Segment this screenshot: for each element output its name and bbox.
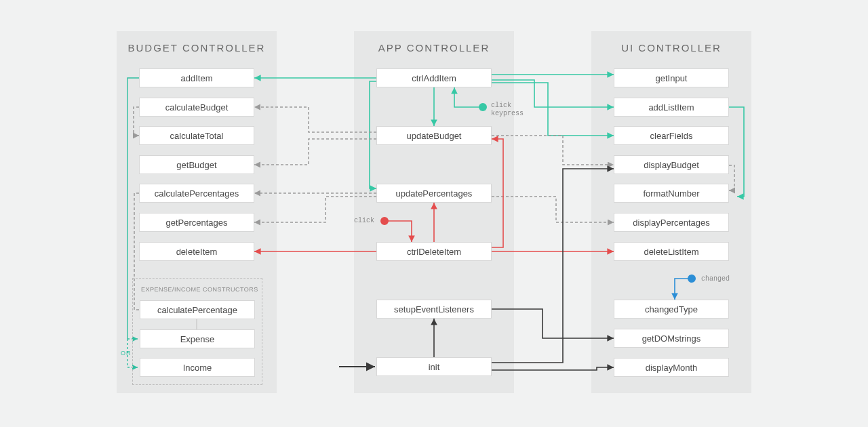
node-addListItem: addListItem: [614, 98, 729, 117]
node-getInput: getInput: [614, 68, 729, 87]
title-ui: UI CONTROLLER: [591, 42, 751, 54]
node-updatePercentages: updatePercentages: [376, 184, 492, 203]
node-changedType: changedType: [614, 300, 729, 319]
node-displayPercentages: displayPercentages: [614, 213, 729, 232]
diagram-canvas: BUDGET CONTROLLER APP CONTROLLER UI CONT…: [0, 0, 868, 427]
node-displayMonth: displayMonth: [614, 358, 729, 377]
node-formatNumber: formatNumber: [614, 184, 729, 203]
node-addItem: addItem: [139, 68, 254, 87]
node-ctrlDeleteItem: ctrlDeleteItem: [376, 242, 492, 261]
label-click-keypress: click keypress: [491, 102, 524, 118]
node-getDOMstrings: getDOMstrings: [614, 329, 729, 348]
label-click: click: [354, 217, 374, 225]
node-Expense: Expense: [140, 329, 255, 348]
title-budget: BUDGET CONTROLLER: [117, 42, 277, 54]
node-ctrlAddItem: ctrlAddItem: [376, 68, 492, 87]
node-Income: Income: [140, 358, 255, 377]
node-clearFields: clearFields: [614, 126, 729, 145]
node-deleteListItem: deleteListItem: [614, 242, 729, 261]
node-calculateTotal: calculateTotal: [139, 126, 254, 145]
node-init: init: [376, 357, 492, 376]
constructors-title: EXPENSE/INCOME CONSTRUCTORS: [141, 286, 258, 293]
node-getPercentages: getPercentages: [139, 213, 254, 232]
node-setupEventListeners: setupEventListeners: [376, 300, 492, 319]
node-calculatePercentages: calculatePercentages: [139, 184, 254, 203]
node-calculateBudget: calculateBudget: [139, 98, 254, 117]
label-changed: changed: [701, 275, 730, 283]
title-app: APP CONTROLLER: [354, 42, 514, 54]
node-getBudget: getBudget: [139, 155, 254, 174]
node-calculatePercentage: calculatePercentage: [140, 300, 255, 319]
node-updateBudget: updateBudget: [376, 126, 492, 145]
node-deleteItem: deleteItem: [139, 242, 254, 261]
node-displayBudget: displayBudget: [614, 155, 729, 174]
label-or: OR: [121, 350, 132, 357]
